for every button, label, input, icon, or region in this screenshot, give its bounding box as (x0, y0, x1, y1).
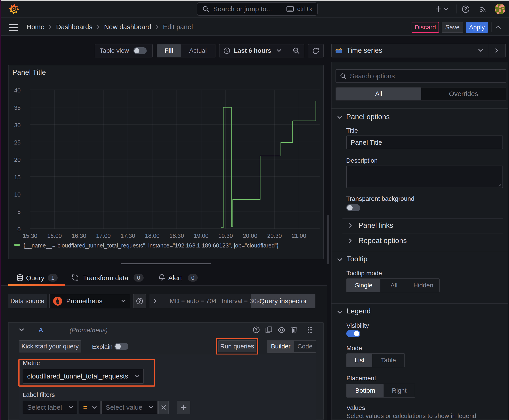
svg-text:20:00: 20:00 (243, 232, 258, 239)
svg-text:30: 30 (14, 122, 21, 128)
svg-text:16:30: 16:30 (72, 232, 86, 239)
svg-text:18:30: 18:30 (169, 232, 184, 239)
svg-text:21:00: 21:00 (291, 232, 306, 239)
svg-text:10: 10 (14, 191, 21, 198)
svg-text:{__name__="cloudflared_tunnel_: {__name__="cloudflared_tunnel_total_requ… (23, 242, 279, 249)
svg-text:17:00: 17:00 (96, 232, 111, 239)
svg-text:25: 25 (14, 139, 21, 146)
svg-text:19:00: 19:00 (194, 232, 208, 239)
svg-text:0: 0 (17, 226, 21, 233)
svg-text:15:30: 15:30 (23, 232, 37, 239)
svg-text:16:00: 16:00 (47, 232, 62, 239)
svg-text:18:00: 18:00 (145, 232, 160, 239)
svg-text:40: 40 (14, 87, 21, 94)
svg-text:5: 5 (17, 209, 21, 215)
svg-text:19:30: 19:30 (218, 232, 233, 239)
svg-text:15: 15 (14, 174, 21, 181)
svg-text:17:30: 17:30 (121, 232, 135, 239)
svg-text:35: 35 (14, 104, 21, 111)
svg-text:20:30: 20:30 (267, 232, 282, 239)
svg-text:20: 20 (14, 156, 21, 163)
